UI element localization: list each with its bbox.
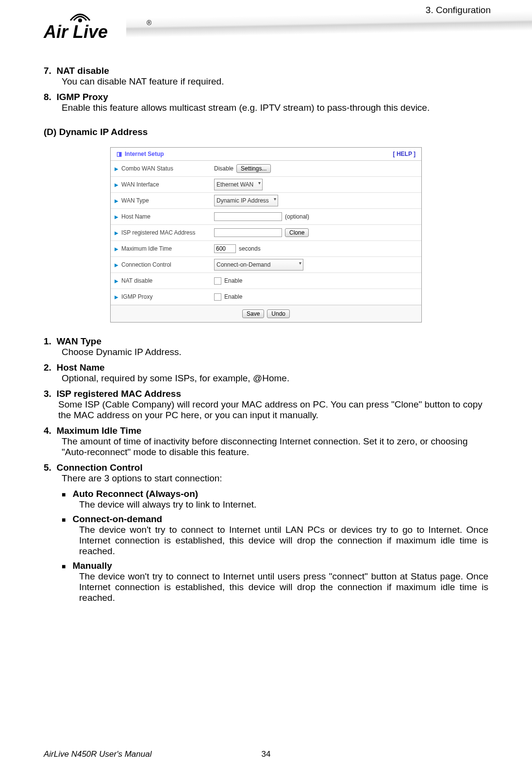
item-title-text: ISP registered MAC Address <box>56 389 181 399</box>
sub-item-body: The device won't try to connect to Inter… <box>79 571 488 603</box>
triangle-icon: ▶ <box>115 166 118 171</box>
item-number: 4. <box>44 425 51 436</box>
item-body: Optional, required by some ISPs, for exa… <box>62 373 488 384</box>
item-body: Some ISP (Cable Company) will record you… <box>58 399 488 421</box>
triangle-icon: ▶ <box>115 198 118 204</box>
item-body: Enable this feature allows multicast str… <box>62 102 488 113</box>
item-body: Choose Dynamic IP Address. <box>62 347 488 357</box>
item-number: 7. <box>44 66 51 76</box>
panel-title: Internet Setup <box>125 151 164 157</box>
triangle-icon: ▶ <box>115 246 118 252</box>
row-label: WAN Type <box>121 197 149 204</box>
settings-button[interactable]: Settings... <box>236 164 271 173</box>
triangle-icon: ▶ <box>115 230 118 236</box>
row-label: NAT disable <box>121 277 152 284</box>
item-7: 7. NAT disable You can disable NAT featu… <box>44 66 488 87</box>
item-3: 3. ISP registered MAC Address Some ISP (… <box>44 389 488 421</box>
item-title-text: NAT disable <box>56 66 109 76</box>
item-body: The amount of time of inactivity before … <box>62 436 488 458</box>
combo-wan-status-text: Disable <box>214 165 233 172</box>
square-bullet-icon: ■ <box>62 516 66 524</box>
item-number: 5. <box>44 462 51 473</box>
save-button[interactable]: Save <box>242 309 264 318</box>
triangle-icon: ▶ <box>115 214 118 220</box>
item-body: You can disable NAT feature if required. <box>62 76 488 87</box>
isp-mac-input[interactable] <box>214 228 282 237</box>
sub-item-title: Connect-on-demand <box>72 514 162 525</box>
row-label: IGMP Proxy <box>121 293 152 300</box>
item-title-text: Connection Control <box>56 462 142 473</box>
item-title-text: IGMP Proxy <box>56 92 108 102</box>
wan-type-select[interactable]: Dynamic IP Address <box>214 195 278 206</box>
item-8: 8. IGMP Proxy Enable this feature allows… <box>44 92 488 113</box>
item-number: 8. <box>44 92 51 102</box>
brand-logo: Air Live ® <box>44 7 155 46</box>
item-number: 1. <box>44 336 51 346</box>
row-label: WAN Interface <box>121 181 159 188</box>
item-title-text: Host Name <box>56 362 104 373</box>
item-title-text: Maximum Idle Time <box>56 425 141 436</box>
row-label: Connection Control <box>121 261 171 268</box>
section-d-title: (D) Dynamic IP Address <box>44 127 488 137</box>
sub-item-title: Auto Reconnect (Always-on) <box>72 489 198 499</box>
item-number: 3. <box>44 389 51 399</box>
clone-button[interactable]: Clone <box>285 228 309 237</box>
item-title-text: WAN Type <box>56 336 101 346</box>
item-2: 2. Host Name Optional, required by some … <box>44 362 488 384</box>
row-label: Maximum Idle Time <box>121 245 172 252</box>
row-label: Host Name <box>121 213 150 220</box>
sub-item-manual: ■Manually The device won't try to connec… <box>62 561 488 603</box>
optional-label: (optional) <box>285 213 309 220</box>
connection-control-select[interactable]: Connect-on-Demand <box>214 259 303 271</box>
item-number: 2. <box>44 362 51 373</box>
row-label: ISP registered MAC Address <box>121 229 196 236</box>
nat-disable-checkbox[interactable] <box>214 277 221 285</box>
sub-item-title: Manually <box>72 561 112 571</box>
enable-label: Enable <box>224 293 242 300</box>
sub-item-auto: ■Auto Reconnect (Always-on) The device w… <box>62 489 488 510</box>
triangle-icon: ▶ <box>115 262 118 268</box>
page-footer: AirLive N450R User's Manual 34 <box>44 749 488 759</box>
item-5: 5. Connection Control There are 3 option… <box>44 462 488 484</box>
help-link[interactable]: [ HELP ] <box>393 151 416 157</box>
panel-icon: ◨ <box>116 151 122 157</box>
sub-item-body: The device will always try to link to In… <box>79 499 488 510</box>
max-idle-input[interactable] <box>214 244 236 253</box>
sub-item-demand: ■Connect-on-demand The device won't try … <box>62 514 488 557</box>
row-label: Combo WAN Status <box>121 165 173 172</box>
triangle-icon: ▶ <box>115 182 118 187</box>
square-bullet-icon: ■ <box>62 491 66 498</box>
sub-item-body: The device won't try to connect to Inter… <box>79 525 488 557</box>
item-4: 4. Maximum Idle Time The amount of time … <box>44 425 488 458</box>
brand-text: Air Live <box>44 22 108 42</box>
igmp-proxy-checkbox[interactable] <box>214 293 221 301</box>
seconds-label: seconds <box>239 245 261 252</box>
manual-title: AirLive N450R User's Manual <box>44 749 151 759</box>
wan-interface-select[interactable]: Ethernet WAN <box>214 179 263 190</box>
page-number: 34 <box>262 749 271 759</box>
registered-icon: ® <box>147 19 151 27</box>
enable-label: Enable <box>224 277 242 284</box>
triangle-icon: ▶ <box>115 278 118 284</box>
square-bullet-icon: ■ <box>62 562 66 570</box>
item-1: 1. WAN Type Choose Dynamic IP Address. <box>44 336 488 357</box>
chapter-label: 3. Configuration <box>426 5 491 16</box>
internet-setup-panel: ◨ Internet Setup [ HELP ] ▶Combo WAN Sta… <box>110 147 422 323</box>
host-name-input[interactable] <box>214 212 282 221</box>
triangle-icon: ▶ <box>115 294 118 300</box>
undo-button[interactable]: Undo <box>267 309 290 318</box>
item-body: There are 3 options to start connection: <box>62 473 488 484</box>
